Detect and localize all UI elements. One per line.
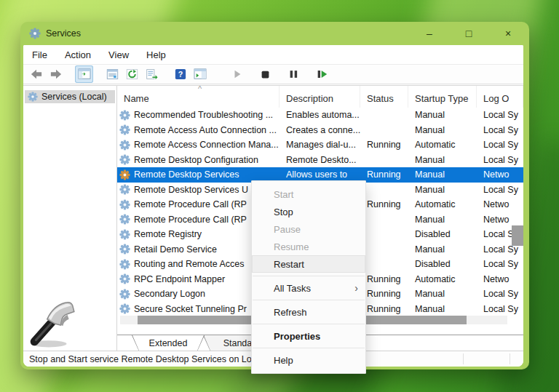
menu-item-start: Start (252, 185, 365, 203)
menu-separator (253, 348, 365, 348)
services-gear-icon (28, 92, 38, 102)
refresh-button[interactable] (123, 65, 141, 83)
menu-item-refresh[interactable]: Refresh (252, 303, 365, 321)
menu-item-stop[interactable]: Stop (252, 203, 365, 220)
list-header: ^ Name Description Status Startup Type L… (117, 86, 523, 108)
pause-service-button[interactable] (285, 65, 303, 83)
service-name: Remote Desktop Configuration (134, 155, 258, 165)
table-row[interactable]: Remote Access Connection Mana... Manages… (117, 137, 523, 153)
service-gear-icon (119, 289, 130, 300)
service-gear-icon (119, 229, 130, 240)
service-startup-type: Manual (408, 304, 477, 314)
start-service-icon (232, 69, 242, 79)
pause-service-icon (289, 69, 298, 79)
menu-file[interactable]: File (32, 49, 47, 60)
service-gear-icon (119, 110, 130, 121)
service-name: Secondary Logon (134, 289, 205, 299)
column-header-description[interactable]: Description (280, 86, 360, 108)
service-gear-icon (119, 154, 130, 165)
service-startup-type: Manual (408, 185, 477, 195)
sidebar-item-services-local[interactable]: Services (Local) (25, 90, 115, 103)
service-startup-type: Disabled (408, 229, 477, 239)
help-button[interactable]: ? (171, 65, 189, 83)
show-console-tree-button[interactable] (75, 65, 93, 83)
service-description: Enables automa... (280, 110, 360, 120)
status-separator (510, 353, 510, 364)
service-description: Manages dial-u... (280, 140, 360, 150)
service-logon: Netwo (477, 169, 523, 180)
service-description: Allows users to (280, 169, 360, 180)
table-row[interactable]: Remote Access Auto Connection ... Create… (117, 123, 523, 138)
service-gear-icon (119, 244, 130, 255)
service-logon: Local Sy (477, 140, 523, 150)
table-row[interactable]: Remote Desktop Configuration Remote Desk… (117, 153, 523, 168)
service-status: Running (360, 289, 408, 299)
stop-service-button[interactable] (256, 65, 274, 83)
sort-ascending-icon: ^ (198, 86, 202, 93)
tab-extended[interactable]: Extended (132, 335, 205, 351)
service-description: Creates a conne... (280, 125, 360, 135)
service-gear-icon (119, 140, 130, 151)
service-logon: Local Sy (477, 259, 523, 269)
service-logon: Netwo (477, 215, 523, 225)
service-status: Running (360, 199, 408, 209)
properties-button[interactable] (103, 65, 122, 83)
vertical-scrollbar-thumb[interactable] (512, 225, 523, 246)
service-startup-type: Manual (408, 289, 477, 299)
column-header-name[interactable]: ^ Name (117, 86, 280, 108)
menu-item-restart[interactable]: Restart (252, 255, 365, 273)
close-button[interactable]: × (500, 28, 516, 39)
column-header-startup-type[interactable]: Startup Type (408, 86, 477, 108)
menu-help[interactable]: Help (146, 49, 166, 60)
menu-item-properties[interactable]: Properties (252, 327, 365, 345)
service-name: Remote Procedure Call (RP (134, 215, 247, 225)
service-gear-icon (119, 124, 130, 135)
column-header-log-on-as[interactable]: Log O (477, 86, 523, 108)
service-name: Remote Procedure Call (RP (134, 199, 247, 209)
status-text: Stop and Start service Remote Desktop Se… (29, 354, 261, 364)
service-name: RPC Endpoint Mapper (134, 274, 225, 284)
title-bar[interactable]: Services – □ × (20, 22, 529, 45)
service-gear-icon (119, 303, 130, 314)
service-gear-icon (119, 214, 130, 225)
show-action-pane-button[interactable] (191, 65, 209, 83)
minimize-button[interactable]: – (421, 28, 437, 39)
menu-item-pause: Pause (252, 220, 365, 238)
service-status: Running (360, 169, 408, 180)
service-logon: Netwo (477, 199, 523, 209)
maximize-button[interactable]: □ (461, 28, 477, 39)
menu-item-all-tasks[interactable]: All Tasks› (252, 279, 365, 297)
service-startup-type: Manual (408, 110, 477, 120)
service-logon: Local Sy (477, 289, 523, 299)
window-title: Services (46, 28, 81, 39)
forward-button[interactable] (47, 65, 65, 83)
properties-window-icon (106, 68, 119, 80)
table-row[interactable]: Recommended Troubleshooting ... Enables … (117, 108, 523, 123)
export-list-button[interactable] (143, 65, 161, 83)
service-status: Running (360, 140, 408, 150)
service-logon: Local Sy (477, 110, 523, 120)
submenu-arrow-icon: › (354, 282, 358, 294)
menu-view[interactable]: View (108, 49, 129, 60)
service-name: Remote Registry (134, 229, 202, 239)
context-menu: Start Stop Pause Resume Restart All Task… (251, 180, 366, 374)
menu-action[interactable]: Action (65, 49, 91, 60)
menu-separator (253, 276, 365, 276)
service-name: Retail Demo Service (134, 244, 217, 255)
service-status: Running (360, 274, 408, 284)
service-logon: Local Sy (477, 155, 523, 165)
back-button[interactable] (27, 65, 45, 83)
service-gear-icon (119, 273, 130, 284)
menu-item-help[interactable]: Help (252, 351, 365, 369)
restart-service-button[interactable] (313, 65, 331, 83)
services-gear-icon (29, 28, 41, 39)
svg-text:?: ? (178, 70, 183, 79)
column-header-status[interactable]: Status (360, 86, 408, 108)
show-action-pane-icon (194, 68, 207, 80)
service-startup-type: Automatic (408, 199, 477, 209)
start-service-button[interactable] (228, 65, 246, 83)
menu-separator (253, 324, 365, 324)
sidebar-item-label: Services (Local) (41, 92, 107, 102)
service-gear-icon (119, 169, 130, 180)
services-window: Services – □ × File Action View Help (20, 22, 529, 369)
